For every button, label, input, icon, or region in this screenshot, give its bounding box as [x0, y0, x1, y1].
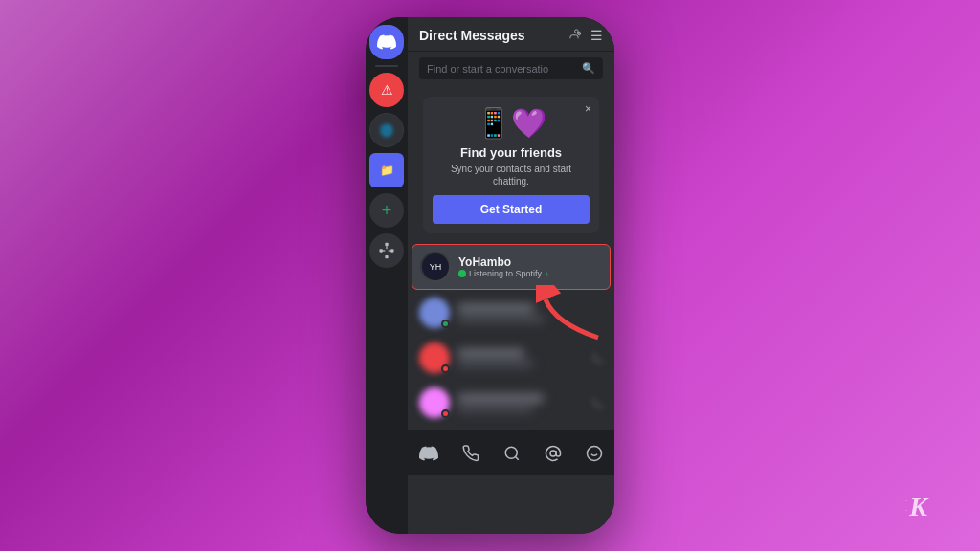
- yohambo-status: Listening to Spotify ♪: [458, 269, 602, 278]
- svg-point-7: [505, 447, 517, 458]
- sidebar-item-org[interactable]: [369, 233, 404, 268]
- dm-action-3: 📞: [591, 398, 603, 408]
- discord-home-icon[interactable]: [369, 25, 404, 59]
- nav-at-icon[interactable]: [539, 439, 568, 468]
- yohambo-avatar: YH: [420, 252, 451, 282]
- watermark-dots: · ·: [905, 497, 907, 517]
- search-input-placeholder: Find or start a conversatio: [427, 63, 576, 75]
- red-arrow: [536, 285, 603, 346]
- svg-rect-3: [385, 255, 388, 258]
- dm-header: Direct Messages ☰: [408, 17, 614, 52]
- menu-icon[interactable]: ☰: [590, 28, 603, 43]
- dm-title: Direct Messages: [419, 28, 525, 43]
- svg-point-9: [587, 446, 601, 460]
- yohambo-info: YoHambo Listening to Spotify ♪: [458, 255, 602, 278]
- status-dot-green: [441, 320, 450, 328]
- search-icon: 🔍: [582, 62, 595, 75]
- add-friend-icon[interactable]: [568, 27, 581, 43]
- find-friends-subtitle: Sync your contacts and start chatting.: [433, 163, 590, 187]
- blurred-info-2: [457, 349, 584, 367]
- nav-emoji-icon[interactable]: [580, 439, 609, 468]
- dm-item-blurred-3[interactable]: 📞: [412, 381, 611, 425]
- dm-item-yohambo[interactable]: YH YoHambo Listening to Spotify ♪: [412, 244, 611, 290]
- search-input-container[interactable]: Find or start a conversatio 🔍: [419, 57, 603, 79]
- server-sidebar: ⚠ 🌐 📁 +: [366, 17, 408, 534]
- sidebar-item-dark-server[interactable]: 🌐: [369, 113, 404, 147]
- phone-frame: ⚠ 🌐 📁 +: [366, 17, 614, 534]
- dm-action-2: 📞: [591, 353, 603, 364]
- svg-rect-0: [385, 243, 388, 246]
- watermark: · · K: [905, 492, 927, 522]
- status-dot-red: [441, 364, 450, 373]
- nav-phone-icon[interactable]: [457, 439, 485, 468]
- main-content: Direct Messages ☰ Find or start a conver…: [408, 17, 614, 534]
- get-started-button[interactable]: Get Started: [433, 195, 590, 224]
- bottom-nav: [408, 430, 614, 475]
- sidebar-item-red-server[interactable]: ⚠: [369, 73, 404, 107]
- yohambo-name: YoHambo: [458, 255, 602, 269]
- svg-point-8: [550, 451, 556, 456]
- nav-search-icon[interactable]: [498, 439, 526, 468]
- close-button[interactable]: ×: [585, 102, 591, 116]
- sidebar-divider: [375, 65, 398, 67]
- header-icons: ☰: [568, 27, 603, 43]
- spotify-icon: [458, 270, 466, 277]
- blurred-info-3: [457, 394, 584, 412]
- sidebar-item-folder[interactable]: 📁: [369, 153, 404, 187]
- search-bar: Find or start a conversatio 🔍: [408, 52, 614, 87]
- sidebar-item-add-server[interactable]: +: [369, 193, 404, 228]
- status-dot-pinkred: [441, 409, 450, 418]
- find-friends-card: × 📱💜 Find your friends Sync your contact…: [423, 97, 599, 233]
- find-friends-title: Find your friends: [433, 145, 590, 160]
- nav-discord-icon[interactable]: [413, 438, 444, 469]
- watermark-letter: K: [909, 492, 927, 522]
- find-friends-illustration: 📱💜: [433, 106, 590, 140]
